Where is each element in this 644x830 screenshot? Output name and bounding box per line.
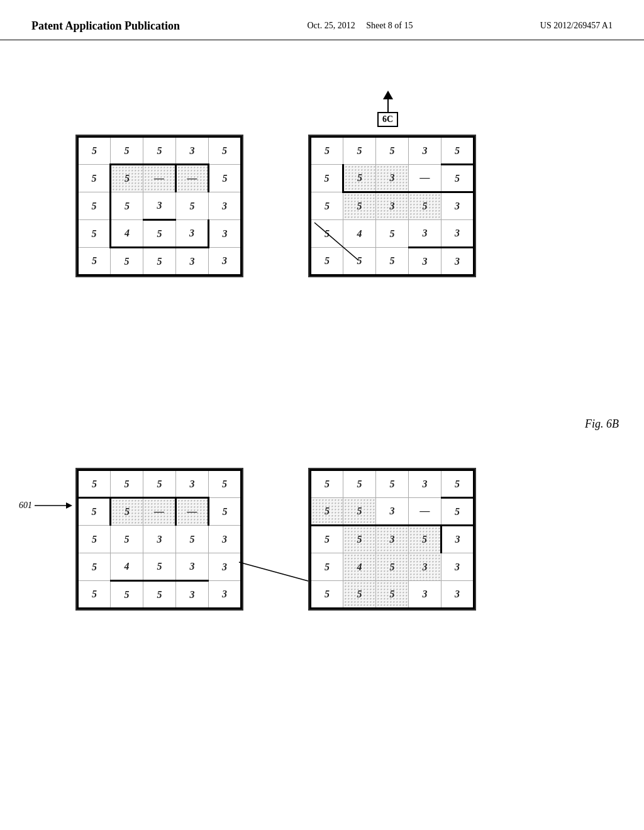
cell: 4	[343, 553, 376, 581]
cell: —	[409, 165, 441, 192]
cell: 5	[111, 470, 143, 498]
table-row: 5 5 5 3 3	[311, 581, 474, 609]
cell: 3	[209, 526, 242, 553]
bottom-right-table: 5 5 5 3 5 5 5 3 — 5 5 5 3 5 3 5	[309, 469, 475, 609]
cell: 5	[343, 165, 376, 192]
page-content: 6C 5 5 5 3 5 5 5 — — 5 5 5 3 5	[0, 40, 644, 807]
cell: 3	[209, 581, 242, 609]
cell: 5	[409, 526, 441, 553]
cell: 5	[209, 165, 242, 192]
page-header: Patent Application Publication Oct. 25, …	[0, 0, 644, 40]
table-row: 5 5 — — 5	[78, 165, 242, 192]
cell: 3	[176, 220, 209, 248]
table-row: 5 5 3 — 5	[311, 498, 474, 526]
cell: 5	[376, 581, 409, 609]
cell: 3	[409, 581, 441, 609]
cell: 5	[78, 526, 111, 553]
table-row: 5 5 5 3 5	[311, 137, 474, 165]
table-row: 5 5 5 3 3	[78, 248, 242, 275]
cell: 3	[176, 137, 209, 165]
cell: 3	[441, 553, 474, 581]
cell: 5	[143, 581, 176, 609]
cell: 3	[376, 498, 409, 526]
cell: 5	[111, 165, 143, 192]
cell: 5	[376, 137, 409, 165]
cell: 5	[311, 137, 343, 165]
cell: 3	[376, 192, 409, 220]
cell: 5	[143, 220, 176, 248]
label-601-container: 601	[19, 499, 72, 512]
table-row: 5 5 5 3 3	[78, 581, 242, 609]
cell: 5	[143, 248, 176, 275]
bottom-left-grid: 5 5 5 3 5 5 5 — — 5 5 5 3 5 3 5	[75, 468, 243, 611]
cell: 5	[78, 581, 111, 609]
cell: 5	[441, 470, 474, 498]
cell: 3	[209, 553, 242, 581]
cell: 3	[409, 470, 441, 498]
figure-label: Fig. 6B	[585, 418, 619, 431]
cell: 5	[78, 553, 111, 581]
svg-line-1	[239, 562, 308, 581]
svg-marker-3	[66, 502, 72, 509]
cell: 5	[176, 192, 209, 220]
cell: 5	[111, 581, 143, 609]
cell: 5	[209, 137, 242, 165]
table-row: 5 4 5 3 3	[311, 220, 474, 248]
label-601-arrow	[35, 499, 72, 512]
arrow-up-box: 6C	[377, 91, 398, 127]
cell: 3	[176, 248, 209, 275]
cell: 3	[409, 248, 441, 275]
bottom-left-table: 5 5 5 3 5 5 5 — — 5 5 5 3 5 3 5	[77, 469, 242, 609]
table-row: 5 5 5 3 3	[311, 248, 474, 275]
cell: 3	[441, 220, 474, 248]
cell: 5	[343, 248, 376, 275]
top-right-table: 5 5 5 3 5 5 5 3 — 5 5 5 3 5 3 5	[309, 136, 475, 276]
cell: 3	[409, 220, 441, 248]
cell: 3	[143, 526, 176, 553]
cell: 3	[176, 470, 209, 498]
cell: 5	[176, 526, 209, 553]
cell: —	[176, 165, 209, 192]
cell: 5	[311, 526, 343, 553]
cell: 5	[441, 165, 474, 192]
cell: 3	[441, 581, 474, 609]
cell: 5	[78, 137, 111, 165]
cell: 5	[311, 248, 343, 275]
cell: 5	[78, 165, 111, 192]
cell: 3	[209, 248, 242, 275]
cell: 5	[441, 498, 474, 526]
cell: 5	[78, 498, 111, 526]
cell: 5	[343, 581, 376, 609]
table-row: 5 5 3 5 3	[311, 526, 474, 553]
table-row: 5 4 5 3 3	[311, 553, 474, 581]
cell: 3	[376, 526, 409, 553]
label-601: 601	[19, 501, 32, 511]
cell: 3	[441, 192, 474, 220]
cell: 4	[343, 220, 376, 248]
table-row: 5 5 5 3 5	[78, 470, 242, 498]
cell: 3	[409, 553, 441, 581]
cell: 5	[111, 526, 143, 553]
arrow-box-label: 6C	[377, 112, 398, 127]
cell: 5	[78, 470, 111, 498]
cell: 5	[111, 137, 143, 165]
table-row: 5 5 3 5 3	[311, 192, 474, 220]
cell: 3	[409, 137, 441, 165]
cell: 3	[209, 192, 242, 220]
cell: 5	[376, 248, 409, 275]
cell: —	[176, 498, 209, 526]
cell: 3	[143, 192, 176, 220]
cell: 5	[143, 470, 176, 498]
cell: 5	[143, 553, 176, 581]
cell: 5	[78, 192, 111, 220]
cell: 5	[311, 553, 343, 581]
cell: 5	[143, 137, 176, 165]
cell: 5	[111, 192, 143, 220]
cell: 3	[176, 553, 209, 581]
cell: 5	[311, 165, 343, 192]
cell: 5	[441, 137, 474, 165]
cell: 5	[343, 526, 376, 553]
top-left-table: 5 5 5 3 5 5 5 — — 5 5 5 3 5 3 5	[77, 136, 242, 276]
cell: 5	[376, 220, 409, 248]
cell: 5	[376, 553, 409, 581]
